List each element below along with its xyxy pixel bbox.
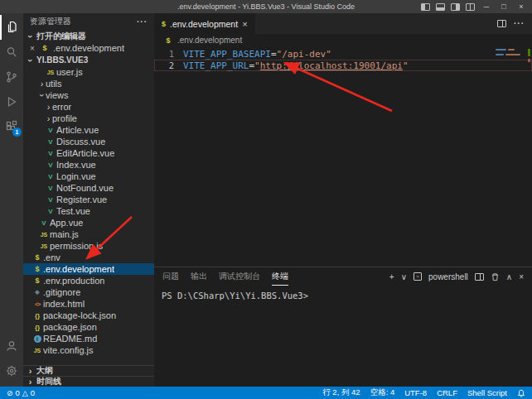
close-window-button[interactable]: × (515, 2, 527, 11)
env-file-icon: $ (31, 265, 43, 273)
tree-item-readme-md[interactable]: iREADME.md (23, 333, 154, 344)
tree-item-article-vue[interactable]: VArticle.vue (23, 124, 154, 136)
tab-output[interactable]: 输出 (191, 267, 207, 286)
tree-folder-utils[interactable]: ›utils (23, 78, 154, 89)
encoding-status[interactable]: UTF-8 (404, 388, 427, 397)
vue-icon: V (45, 185, 56, 192)
project-header[interactable]: › YI.BBS.VUE3 (23, 54, 154, 66)
problems-status[interactable]: ⊘ 0 △ 0 (7, 388, 35, 397)
sidebar-title-row: 资源管理器 ··· (23, 13, 154, 30)
url-link[interactable]: http://localhost:19001/api (260, 60, 403, 71)
toggle-sidebar-icon[interactable] (421, 3, 430, 11)
kill-terminal-trash-icon[interactable] (491, 272, 500, 281)
tab-debug-console[interactable]: 调试控制台 (219, 267, 260, 286)
run-debug-icon[interactable] (0, 89, 23, 114)
sidebar-title: 资源管理器 (30, 16, 71, 27)
maximize-panel-icon[interactable]: ∧ (506, 272, 512, 281)
tree-item-package-lock-json[interactable]: {}package-lock.json (23, 310, 154, 321)
explorer-icon[interactable] (0, 15, 23, 40)
tree-folder-error[interactable]: ›error (23, 101, 154, 113)
env-file-icon: $ (39, 44, 51, 52)
vue-icon: V (45, 208, 56, 215)
account-icon[interactable] (0, 334, 23, 358)
new-terminal-icon[interactable]: + (389, 272, 394, 281)
chevron-right-icon: › (38, 79, 46, 89)
js-icon: JS (31, 348, 43, 353)
tree-item-env-development[interactable]: $.env.development (23, 263, 154, 275)
settings-gear-icon[interactable] (0, 358, 23, 383)
file-label: Article.vue (56, 125, 99, 135)
more-actions-icon[interactable]: ··· (514, 19, 525, 28)
outline-section[interactable]: › 大纲 (23, 365, 154, 376)
vscode-window: .env.development - Yi.BBS.Vue3 - Visual … (0, 0, 532, 399)
close-editor-icon[interactable]: × (28, 44, 36, 53)
tab-problems[interactable]: 问题 (162, 267, 179, 286)
chevron-down-icon: › (37, 92, 47, 99)
extensions-icon[interactable]: 1 (0, 114, 23, 139)
titlebar: .env.development - Yi.BBS.Vue3 - Visual … (0, 0, 532, 13)
tree-item-app-vue[interactable]: VApp.vue (23, 217, 154, 228)
error-icon: ⊘ (7, 389, 13, 397)
close-panel-icon[interactable]: × (519, 272, 524, 281)
project-label: YI.BBS.VUE3 (36, 55, 88, 65)
file-label: permission.js (50, 241, 103, 251)
tree-item-login-vue[interactable]: VLogin.vue (23, 171, 154, 182)
code-line-2[interactable]: 2VITE_APP_URL="http://localhost:19001/ap… (154, 60, 532, 71)
tree-item-register-vue[interactable]: VRegister.vue (23, 194, 154, 205)
file-label: Test.vue (56, 206, 90, 216)
tree-item-test-vue[interactable]: VTest.vue (23, 205, 154, 217)
cursor-position[interactable]: 行 2, 列 42 (322, 387, 360, 398)
tab-env-development[interactable]: $ .env.development × (154, 13, 255, 34)
minimize-button[interactable]: ─ (481, 2, 492, 11)
close-tab-icon[interactable]: × (242, 19, 247, 29)
terminal-prompt: PS D:\CSharp\Yi\Yi.BBS.Vue3> (162, 291, 308, 300)
breadcrumb[interactable]: $ .env.development (154, 34, 532, 46)
tree-item-env-production[interactable]: $.env.production (23, 275, 154, 286)
tree-item-permission-js[interactable]: JSpermission.js (23, 240, 154, 252)
sidebar-more-actions-icon[interactable]: ··· (137, 17, 148, 26)
tree-item-main-js[interactable]: JSmain.js (23, 228, 154, 240)
customize-layout-icon[interactable] (466, 3, 475, 11)
tree-item-discuss-vue[interactable]: VDiscuss.vue (23, 136, 154, 147)
file-label: package-lock.json (43, 310, 116, 320)
maximize-button[interactable]: □ (498, 2, 510, 11)
timeline-section[interactable]: › 时间线 (23, 376, 154, 387)
tree-item-index-html[interactable]: <>index.html (23, 298, 154, 310)
notifications-bell-icon[interactable] (517, 389, 525, 397)
search-icon[interactable] (0, 40, 23, 65)
code-line-1[interactable]: 1VITE_APP_BASEAPI="/api-dev" (154, 48, 532, 60)
tree-item-gitignore[interactable]: ◆.gitignore (23, 286, 154, 298)
tree-item-package-json[interactable]: {}package.json (23, 321, 154, 333)
open-editors-header[interactable]: › 打开的编辑器 (23, 30, 154, 42)
tree-item-index-vue[interactable]: VIndex.vue (23, 159, 154, 171)
eol-status[interactable]: CRLF (437, 388, 457, 397)
folder-label: profile (52, 113, 77, 123)
terminal-shell-label[interactable]: powershell (428, 272, 468, 281)
toggle-panel-icon[interactable] (436, 3, 445, 11)
minimap[interactable] (496, 49, 524, 59)
launch-profile-chevron-icon[interactable]: ∨ (401, 272, 407, 281)
tree-item-notfound-vue[interactable]: VNotFound.vue (23, 182, 154, 194)
tree-item-env[interactable]: $.env (23, 252, 154, 263)
split-editor-icon[interactable] (497, 20, 506, 27)
code-editor[interactable]: 1VITE_APP_BASEAPI="/api-dev" 2VITE_APP_U… (154, 46, 532, 267)
explorer-sidebar: 资源管理器 ··· › 打开的编辑器 × $ .env.development … (23, 13, 154, 387)
tree-folder-profile[interactable]: ›profile (23, 113, 154, 124)
chevron-down-icon: › (26, 32, 36, 40)
open-editors-label: 打开的编辑器 (36, 31, 86, 42)
tree-item-user-js[interactable]: JSuser.js (23, 66, 154, 78)
tree-item-vite-config-js[interactable]: JSvite.config.js (23, 344, 154, 356)
source-control-icon[interactable] (0, 65, 23, 89)
open-editor-item[interactable]: × $ .env.development (23, 42, 154, 54)
language-mode[interactable]: Shell Script (467, 388, 507, 397)
split-terminal-icon[interactable] (475, 273, 484, 281)
line-number: 1 (154, 49, 174, 59)
tree-item-editarticle-vue[interactable]: VEditArticle.vue (23, 147, 154, 159)
line-number: 2 (154, 60, 174, 70)
toggle-secondary-sidebar-icon[interactable] (451, 3, 460, 11)
indentation-status[interactable]: 空格: 4 (370, 387, 395, 398)
powershell-icon: > (414, 272, 422, 281)
terminal-output[interactable]: PS D:\CSharp\Yi\Yi.BBS.Vue3> (154, 286, 532, 387)
tab-terminal[interactable]: 终端 (272, 267, 288, 286)
tree-folder-views[interactable]: ›views (23, 89, 154, 101)
